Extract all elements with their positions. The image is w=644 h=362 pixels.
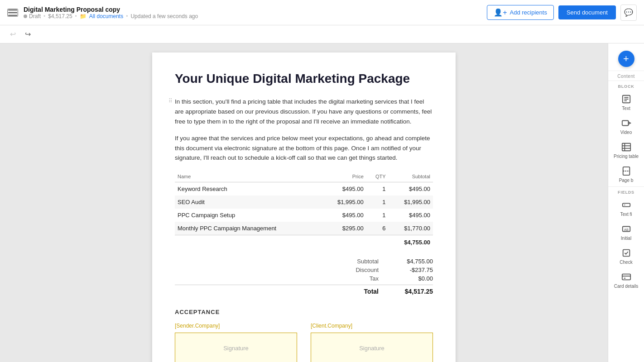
tax-label: Tax: [333, 275, 388, 282]
sender-col: [Sender.Company] Signature MM / DD / YYY…: [175, 323, 297, 362]
row-subtotal-3: $1,770.00: [389, 222, 433, 235]
sender-signature-box[interactable]: Signature: [175, 333, 297, 362]
doc-title-section: Digital Marketing Proposal copy Draft • …: [24, 6, 198, 19]
row-subtotal-2: $495.00: [389, 209, 433, 222]
block-label: BLOCK: [618, 84, 634, 89]
subtotal-row: Subtotal $4,755.00: [175, 258, 433, 265]
row-price-1: $1,995.00: [322, 195, 366, 209]
updated-label: Updated a few seconds ago: [130, 13, 198, 19]
draft-circle-icon: [24, 14, 27, 18]
row-price-3: $295.00: [322, 222, 366, 235]
checkbox-icon: [621, 248, 631, 258]
svg-rect-5: [622, 143, 630, 151]
row-qty-0: 1: [366, 182, 389, 195]
sidebar-item-text-field[interactable]: Text fi: [608, 196, 644, 220]
svg-rect-4: [622, 121, 628, 126]
content-label: Content: [617, 74, 635, 79]
row-price-0: $495.00: [322, 182, 366, 195]
row-qty-1: 1: [366, 195, 389, 209]
paragraph-1: In this section, you'll find a pricing t…: [175, 97, 433, 126]
content-section-title: Content: [608, 71, 644, 81]
subtotal-value: $4,755.00: [388, 258, 433, 265]
checkbox-label: Check: [620, 260, 632, 265]
price-label: $4,517.25: [48, 13, 72, 19]
sidebar-item-checkbox[interactable]: Check: [608, 244, 644, 268]
fields-section-title: FIELDS: [608, 186, 644, 196]
toolbar: ↩ ↪: [0, 25, 644, 43]
intro-section: ⠿ In this section, you'll find a pricing…: [175, 97, 433, 163]
sidebar-item-card-details[interactable]: Card details: [608, 268, 644, 292]
meta-dot-3: •: [126, 13, 128, 19]
discount-row: Discount -$237.75: [175, 267, 433, 273]
meta-dot-2: •: [75, 13, 77, 19]
tax-row: Tax $0.00: [175, 275, 433, 282]
pricing-table-label: Pricing table: [614, 154, 639, 159]
chat-icon-button[interactable]: 💬: [620, 5, 637, 21]
drag-handle-icon[interactable]: ⠿: [168, 97, 173, 105]
redo-button[interactable]: ↪: [22, 28, 34, 40]
page-break-icon: [621, 166, 631, 176]
doc-meta: Draft • $4,517.25 • 📁 All documents • Up…: [24, 13, 198, 19]
svg-rect-11: [622, 203, 630, 206]
svg-rect-15: [623, 250, 630, 257]
sender-signature-placeholder: Signature: [223, 345, 249, 352]
row-name-1: SEO Audit: [175, 195, 322, 209]
client-col: [Client.Company] Signature MM / DD / YYY…: [311, 323, 433, 362]
meta-dot-1: •: [43, 13, 45, 19]
video-block-label: Video: [620, 130, 632, 135]
chat-icon: 💬: [624, 8, 633, 17]
row-name-2: PPC Campaign Setup: [175, 209, 322, 222]
discount-value: -$237.75: [388, 267, 433, 273]
pricing-table-icon: [621, 142, 631, 152]
sidebar-item-pricing-table[interactable]: Pricing table: [608, 138, 644, 162]
col-header-name: Name: [175, 172, 322, 182]
fields-label: FIELDS: [618, 190, 634, 195]
row-subtotal-0: $495.00: [389, 182, 433, 195]
table-total-label: [175, 235, 389, 249]
main-area: Your Unique Digital Marketing Package ⠿ …: [0, 43, 644, 362]
tax-value: $0.00: [388, 275, 433, 282]
row-subtotal-1: $1,995.00: [389, 195, 433, 209]
table-row: Keyword Research $495.00 1 $495.00: [175, 182, 433, 195]
topbar: Digital Marketing Proposal copy Draft • …: [0, 0, 644, 25]
topbar-actions: 👤+ Add recipients Send document 💬: [487, 5, 637, 21]
row-name-3: Monthly PPC Campaign Management: [175, 222, 322, 235]
folder-icon: 📁: [80, 13, 87, 19]
row-qty-3: 6: [366, 222, 389, 235]
add-block-button[interactable]: +: [618, 51, 634, 67]
sidebar-item-initials[interactable]: AB Initial: [608, 220, 644, 244]
row-name-0: Keyword Research: [175, 182, 322, 195]
paragraph-2: If you agree that the services and price…: [175, 133, 433, 163]
sidebar-item-video[interactable]: Video: [608, 114, 644, 138]
undo-button[interactable]: ↩: [7, 28, 19, 40]
subtotal-label: Subtotal: [333, 258, 388, 265]
svg-rect-16: [622, 274, 630, 280]
doc-title: Digital Marketing Proposal copy: [24, 6, 198, 13]
card-details-label: Card details: [614, 284, 638, 289]
sidebar-item-page-break[interactable]: Page b: [608, 162, 644, 186]
menu-button[interactable]: [7, 9, 18, 17]
total-row: Total $4,517.25: [175, 285, 433, 295]
acceptance-columns: [Sender.Company] Signature MM / DD / YYY…: [175, 323, 433, 362]
send-document-button[interactable]: Send document: [558, 5, 616, 19]
add-recipients-label: Add recipients: [510, 9, 547, 16]
text-block-label: Text: [622, 106, 630, 111]
client-company-label: [Client.Company]: [311, 323, 433, 329]
draft-label: Draft: [29, 13, 41, 19]
table-row: Monthly PPC Campaign Management $295.00 …: [175, 222, 433, 235]
canvas-area[interactable]: Your Unique Digital Marketing Package ⠿ …: [0, 43, 608, 362]
document-page: Your Unique Digital Marketing Package ⠿ …: [152, 52, 456, 362]
undo-icon: ↩: [10, 30, 16, 38]
all-docs-link[interactable]: All documents: [89, 13, 123, 19]
acceptance-title: ACCEPTANCE: [175, 309, 433, 315]
draft-badge: Draft: [24, 13, 41, 19]
total-label: Total: [333, 288, 388, 295]
row-price-2: $495.00: [322, 209, 366, 222]
client-signature-box[interactable]: Signature: [311, 333, 433, 362]
table-row: PPC Campaign Setup $495.00 1 $495.00: [175, 209, 433, 222]
add-recipients-button[interactable]: 👤+ Add recipients: [487, 5, 554, 20]
col-header-subtotal: Subtotal: [389, 172, 433, 182]
text-field-icon: [621, 200, 631, 210]
summary-section: Subtotal $4,755.00 Discount -$237.75 Tax…: [175, 258, 433, 295]
sidebar-item-text[interactable]: Text: [608, 90, 644, 114]
